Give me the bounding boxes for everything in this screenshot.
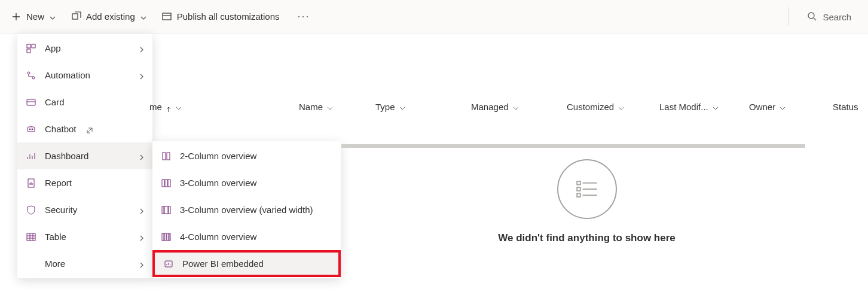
new-button[interactable]: New <box>11 11 56 22</box>
empty-state: We didn't find anything to show here <box>341 159 832 244</box>
svg-point-7 <box>32 77 35 79</box>
search-box[interactable]: Search <box>788 7 857 26</box>
svg-rect-22 <box>162 233 164 241</box>
card-icon <box>26 97 36 108</box>
chevron-right-icon <box>138 45 145 52</box>
chevron-down-icon <box>779 104 786 111</box>
add-existing-button[interactable]: Add existing <box>71 11 147 22</box>
submenu-item-2col[interactable]: 2-Column overview <box>152 142 341 169</box>
column-header-type[interactable]: Type <box>375 102 423 112</box>
empty-message: We didn't find anything to show here <box>498 232 676 244</box>
menu-item-label: Card <box>45 97 65 107</box>
column-header-customized[interactable]: Customized <box>567 102 638 112</box>
menu-item-dashboard[interactable]: Dashboard <box>17 142 152 169</box>
col4-icon <box>161 232 172 242</box>
svg-rect-16 <box>162 180 164 187</box>
column-label: Status <box>833 102 858 112</box>
menu-item-label: Report <box>45 178 72 188</box>
chevron-right-icon <box>138 72 145 79</box>
svg-rect-3 <box>27 44 30 48</box>
table-icon <box>26 232 36 242</box>
svg-rect-8 <box>27 99 35 105</box>
empty-list-icon <box>557 159 617 219</box>
column-header-lastmodified[interactable]: Last Modif... <box>659 102 737 112</box>
publish-label: Publish all customizations <box>177 11 280 22</box>
column-label: Name <box>299 102 323 112</box>
command-bar: New Add existing Publish all customizati… <box>0 0 868 34</box>
column-label: Owner <box>749 102 775 112</box>
submenu-item-4col[interactable]: 4-Column overview <box>152 223 341 250</box>
chevron-right-icon <box>138 206 145 214</box>
svg-point-11 <box>32 129 33 130</box>
submenu-item-3col[interactable]: 3-Column overview <box>152 169 341 196</box>
menu-item-automation[interactable]: Automation <box>17 62 152 89</box>
chevron-down-icon <box>175 104 182 111</box>
menu-item-label: Chatbot <box>45 124 77 134</box>
column-header-status[interactable]: Status <box>833 102 868 112</box>
new-label: New <box>26 11 44 22</box>
submenu-item-label: 3-Column overview <box>180 178 256 188</box>
add-existing-label: Add existing <box>86 11 135 22</box>
svg-rect-0 <box>72 14 78 19</box>
chevron-down-icon <box>326 104 334 111</box>
publish-icon <box>161 11 172 22</box>
svg-rect-18 <box>168 180 170 187</box>
menu-item-label: Table <box>45 232 66 242</box>
column-header-owner[interactable]: Owner <box>749 102 797 112</box>
submenu-item-label: 4-Column overview <box>180 232 256 242</box>
column-label: Customized <box>567 102 614 112</box>
app-icon <box>26 43 36 54</box>
column-header-name[interactable]: Name <box>299 102 334 112</box>
submenu-item-3col-varied[interactable]: 3-Column overview (varied width) <box>152 196 341 223</box>
svg-rect-14 <box>163 153 166 160</box>
menu-item-table[interactable]: Table <box>17 223 152 250</box>
overflow-button[interactable]: ··· <box>294 10 313 23</box>
menu-item-label: More <box>45 259 65 269</box>
svg-rect-24 <box>167 233 169 241</box>
menu-item-card[interactable]: Card <box>17 89 152 115</box>
svg-rect-23 <box>164 233 166 241</box>
svg-rect-21 <box>169 206 170 214</box>
chevron-right-icon <box>138 233 145 241</box>
submenu-item-powerbi[interactable]: Power BI embedded <box>152 250 341 277</box>
sort-asc-icon <box>166 104 172 110</box>
chevron-down-icon <box>712 104 719 111</box>
loading-bar <box>341 144 805 148</box>
column-label: me <box>149 102 162 112</box>
chevron-down-icon <box>618 104 625 111</box>
plus-icon <box>11 11 22 22</box>
svg-rect-1 <box>163 13 171 20</box>
menu-item-security[interactable]: Security <box>17 196 152 223</box>
svg-point-2 <box>808 13 814 19</box>
automation-icon <box>26 70 36 81</box>
add-existing-icon <box>71 11 81 22</box>
report-icon <box>26 178 36 189</box>
column-label: Managed <box>471 102 509 112</box>
menu-item-label: Security <box>45 205 77 215</box>
menu-item-report[interactable]: Report <box>17 169 152 196</box>
col3-icon <box>161 178 172 189</box>
svg-rect-20 <box>164 206 168 214</box>
menu-item-label: Automation <box>45 70 90 80</box>
column-header-displayname[interactable]: me <box>149 102 227 112</box>
chevron-down-icon <box>140 13 147 20</box>
menu-item-app[interactable]: App <box>17 35 152 62</box>
publish-button[interactable]: Publish all customizations <box>161 11 280 22</box>
svg-rect-13 <box>27 233 35 241</box>
dashboard-submenu: 2-Column overview 3-Column overview 3-Co… <box>152 141 341 278</box>
chevron-right-icon <box>138 153 145 160</box>
menu-item-label: Dashboard <box>45 151 88 161</box>
menu-item-label: App <box>45 43 61 53</box>
col3v-icon <box>161 205 172 215</box>
search-icon <box>807 11 817 23</box>
column-header-managed[interactable]: Managed <box>471 102 537 112</box>
menu-item-chatbot[interactable]: Chatbot <box>17 115 152 142</box>
submenu-item-label: Power BI embedded <box>182 259 264 269</box>
menu-item-more[interactable]: More <box>17 250 152 277</box>
table-header: me Name Type Managed Customized Last Mod… <box>143 102 850 112</box>
submenu-item-label: 3-Column overview (varied width) <box>180 205 313 215</box>
svg-rect-31 <box>577 193 580 197</box>
chevron-down-icon <box>512 104 519 111</box>
column-label: Last Modif... <box>659 102 708 112</box>
svg-rect-29 <box>577 187 580 191</box>
